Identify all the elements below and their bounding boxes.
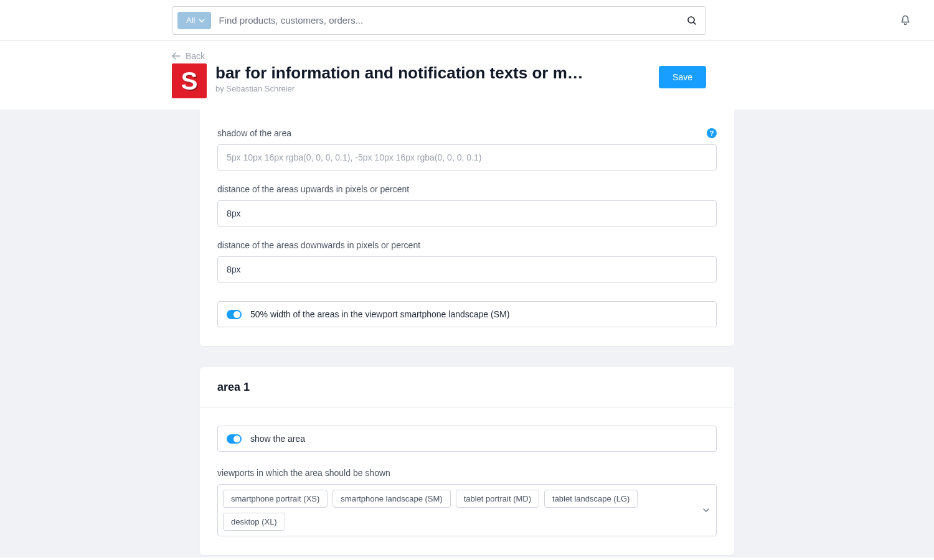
toggle-label: show the area <box>250 434 305 444</box>
input-dist-down[interactable] <box>217 256 717 282</box>
global-search[interactable]: All <box>172 6 706 35</box>
card-title: area 1 <box>200 367 734 408</box>
search-icon[interactable] <box>684 13 699 28</box>
input-shadow[interactable] <box>217 144 717 170</box>
search-filter-pill[interactable]: All <box>177 12 211 29</box>
toggle-switch-icon <box>227 434 242 444</box>
field-label-shadow: shadow of the area ? <box>217 128 717 138</box>
chevron-down-icon <box>702 506 710 514</box>
toggle-label: 50% width of the areas in the viewport s… <box>250 309 509 319</box>
help-icon[interactable]: ? <box>707 128 717 138</box>
back-label: Back <box>186 51 205 61</box>
byline: by Sebastian Schreier <box>215 84 650 93</box>
viewport-tag[interactable]: desktop (XL) <box>223 513 285 531</box>
field-label-dist-up: distance of the areas upwards in pixels … <box>217 184 717 194</box>
viewport-tag[interactable]: tablet portrait (MD) <box>456 490 539 508</box>
content-area: shadow of the area ? distance of the are… <box>0 110 934 558</box>
page-title: bar for information and notification tex… <box>215 63 650 83</box>
field-label-viewports: viewports in which the area should be sh… <box>217 468 717 478</box>
back-link[interactable]: Back <box>172 51 205 61</box>
input-dist-up[interactable] <box>217 200 717 226</box>
toggle-show-area[interactable]: show the area <box>217 426 717 452</box>
notifications-button[interactable] <box>899 14 919 27</box>
arrow-left-icon <box>172 52 181 60</box>
viewport-tag[interactable]: smartphone landscape (SM) <box>333 490 450 508</box>
search-filter-label: All <box>186 16 195 25</box>
viewport-tag[interactable]: tablet landscape (LG) <box>544 490 638 508</box>
chevron-down-icon <box>199 17 205 24</box>
viewport-tag[interactable]: smartphone portrait (XS) <box>223 490 328 508</box>
viewports-multiselect[interactable]: smartphone portrait (XS) smartphone land… <box>217 484 717 536</box>
app-icon: S <box>172 63 207 98</box>
save-button[interactable]: Save <box>659 66 706 88</box>
toggle-switch-icon <box>227 310 242 319</box>
field-label-dist-down: distance of the areas downwards in pixel… <box>217 240 717 250</box>
topbar: All <box>0 0 934 41</box>
toggle-50-width[interactable]: 50% width of the areas in the viewport s… <box>217 301 717 327</box>
bell-icon <box>899 14 912 27</box>
card-general: shadow of the area ? distance of the are… <box>200 110 734 346</box>
search-input[interactable] <box>219 15 677 26</box>
card-area-1: area 1 show the area viewports in which … <box>200 367 734 555</box>
